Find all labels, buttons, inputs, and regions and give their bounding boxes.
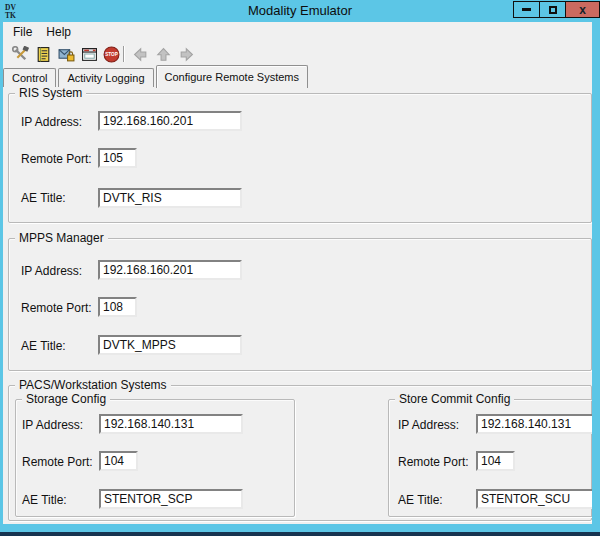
back-arrow-glyph [132, 46, 149, 63]
tools-icon[interactable] [10, 44, 30, 64]
window-icon-glyph [81, 46, 98, 63]
tabstrip: Control Activity Logging Configure Remot… [3, 66, 310, 87]
store-commit-ip-address-input[interactable] [476, 414, 594, 434]
pacs-workstation-group-title: PACS/Workstation Systems [15, 378, 171, 392]
storage-ip-address-label: IP Address: [22, 418, 83, 432]
store-commit-ip-address-label: IP Address: [398, 418, 459, 432]
tab-activity-logging[interactable]: Activity Logging [58, 68, 153, 87]
window-frame-right [592, 22, 600, 532]
maximize-button[interactable] [539, 1, 566, 18]
mpps-manager-group: MPPS Manager IP Address: Remote Port: AE… [8, 238, 592, 371]
storage-ip-address-input[interactable] [99, 414, 243, 434]
window-icon[interactable] [79, 44, 99, 64]
mpps-ae-title-input[interactable] [98, 335, 242, 355]
toolbar-separator [123, 46, 125, 62]
tools-icon-glyph [12, 46, 29, 63]
tab-control-label: Control [12, 72, 47, 84]
storage-config-group: Storage Config IP Address: Remote Port: … [15, 399, 295, 517]
store-commit-ae-title-label: AE Title: [398, 493, 443, 507]
log-icon-glyph [35, 46, 52, 63]
ris-remote-port-label: Remote Port: [21, 152, 92, 166]
forward-arrow-glyph [178, 46, 195, 63]
mpps-remote-port-label: Remote Port: [21, 301, 92, 315]
modality-emulator-window: DV TK Modality Emulator x File Help [0, 0, 600, 536]
tab-configure-remote-systems[interactable]: Configure Remote Systems [156, 65, 309, 88]
menu-help[interactable]: Help [39, 23, 78, 41]
close-icon: x [579, 4, 586, 16]
pacs-workstation-group: PACS/Workstation Systems Storage Config … [8, 385, 592, 521]
up-arrow-glyph [155, 46, 172, 63]
back-arrow-icon[interactable] [130, 44, 150, 64]
send-secure-icon[interactable] [56, 44, 76, 64]
store-commit-config-group-title: Store Commit Config [395, 392, 514, 406]
close-button[interactable]: x [565, 1, 600, 18]
mpps-ae-title-label: AE Title: [21, 339, 66, 353]
toolbar: STOP [3, 41, 592, 66]
maximize-icon [549, 6, 557, 14]
ris-ip-address-input[interactable] [98, 111, 242, 131]
forward-arrow-icon[interactable] [176, 44, 196, 64]
send-secure-icon-glyph [58, 46, 75, 63]
window-title: Modality Emulator [0, 3, 600, 18]
dvtk-logo-icon: DV TK [4, 3, 20, 19]
mpps-ip-address-input[interactable] [98, 260, 242, 280]
tab-control[interactable]: Control [3, 68, 56, 87]
tab-configure-remote-systems-label: Configure Remote Systems [165, 71, 300, 83]
up-arrow-icon[interactable] [153, 44, 173, 64]
mpps-remote-port-input[interactable] [98, 297, 137, 317]
menubar: File Help [3, 22, 592, 41]
store-commit-ae-title-input[interactable] [476, 489, 594, 509]
ris-system-group-title: RIS System [15, 86, 86, 100]
storage-ae-title-input[interactable] [99, 489, 243, 509]
mpps-manager-group-title: MPPS Manager [15, 231, 108, 245]
ris-ip-address-label: IP Address: [21, 115, 82, 129]
store-commit-config-group: Store Commit Config IP Address: Remote P… [388, 399, 600, 517]
stop-icon[interactable]: STOP [101, 44, 121, 64]
svg-text:STOP: STOP [105, 52, 118, 57]
ris-remote-port-input[interactable] [98, 148, 137, 168]
mpps-ip-address-label: IP Address: [21, 264, 82, 278]
minimize-button[interactable] [513, 1, 540, 18]
storage-remote-port-input[interactable] [99, 451, 138, 471]
window-frame-bottom-edge [0, 532, 600, 536]
log-icon[interactable] [33, 44, 53, 64]
store-commit-remote-port-input[interactable] [476, 451, 515, 471]
window-frame-bottom [0, 524, 600, 532]
tab-activity-logging-label: Activity Logging [67, 72, 144, 84]
storage-remote-port-label: Remote Port: [22, 455, 93, 469]
svg-text:TK: TK [5, 11, 16, 19]
stop-icon-glyph: STOP [103, 46, 120, 63]
titlebar[interactable]: DV TK Modality Emulator x [0, 0, 600, 22]
ris-ae-title-label: AE Title: [21, 191, 66, 205]
store-commit-remote-port-label: Remote Port: [398, 455, 469, 469]
ris-system-group: RIS System IP Address: Remote Port: AE T… [8, 93, 592, 223]
storage-ae-title-label: AE Title: [22, 493, 67, 507]
menu-file[interactable]: File [6, 23, 39, 41]
ris-ae-title-input[interactable] [98, 188, 242, 208]
storage-config-group-title: Storage Config [22, 392, 110, 406]
minimize-icon [522, 8, 531, 11]
window-frame-left [0, 22, 3, 532]
window-controls: x [514, 1, 600, 18]
